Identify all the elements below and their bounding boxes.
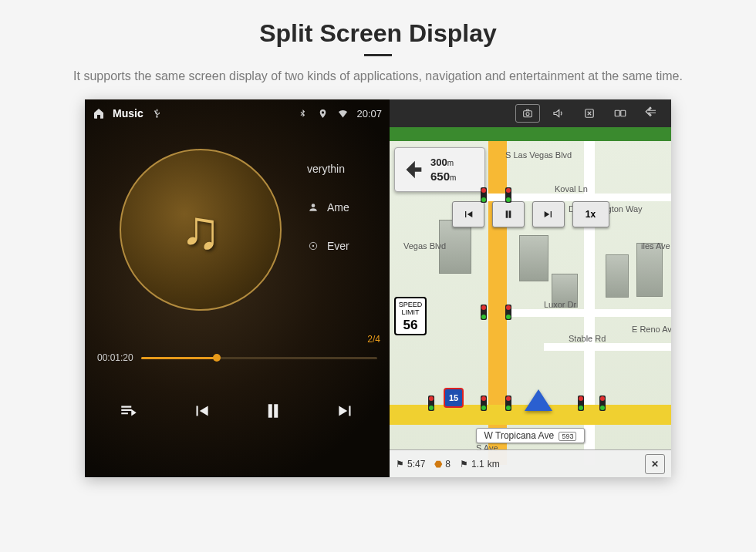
current-street: W Tropicana Ave	[484, 430, 555, 441]
street-label: iles Ave	[641, 241, 670, 251]
building	[636, 243, 663, 297]
recents-button[interactable]	[608, 104, 633, 123]
usb-icon	[151, 107, 164, 119]
street-label: Vegas Blvd	[403, 241, 446, 251]
turn-dist-primary-unit: m	[450, 173, 456, 182]
exit-tag: 593	[559, 432, 576, 441]
track-index: 2/4	[367, 334, 380, 345]
flag-icon: ⚑	[396, 459, 404, 470]
dist2-segment: ⚑ 1.1 km	[460, 459, 500, 470]
dist1-value: 8	[445, 459, 451, 470]
turn-instruction: 300m 650m	[394, 147, 485, 192]
music-pane: Music 20:07 ♫	[85, 99, 390, 477]
building	[519, 235, 548, 281]
traffic-light-icon	[505, 305, 511, 320]
music-note-icon: ♫	[181, 199, 221, 261]
dist1-segment: ⬣ 8	[434, 459, 451, 470]
svg-rect-2	[524, 111, 532, 117]
album-name: Ever	[327, 240, 349, 252]
progress-slider[interactable]	[141, 357, 377, 359]
svg-rect-6	[621, 110, 626, 116]
album-area: ♫ verythin Ame	[85, 141, 390, 342]
speed-label-mid: LIMIT	[401, 308, 419, 316]
overlay-pause-button[interactable]	[492, 201, 525, 227]
previous-button[interactable]	[183, 392, 220, 429]
traffic-light-icon	[505, 187, 511, 203]
turn-dist-secondary: 300	[430, 157, 447, 168]
turn-dist-primary: 650	[430, 170, 450, 183]
street-label: Stable Rd	[569, 334, 606, 343]
overlay-next-button[interactable]	[532, 201, 565, 227]
title-underline	[364, 54, 392, 56]
street-label: Koval Ln	[555, 184, 588, 194]
street-label: Luxor Dr	[544, 300, 576, 309]
route-shield: 15	[444, 388, 464, 408]
device-frame: Music 20:07 ♫	[85, 99, 671, 477]
track-title-row: verythin	[307, 163, 349, 175]
traffic-light-icon	[481, 305, 487, 320]
album-row: Ever	[307, 240, 349, 252]
svg-rect-5	[615, 110, 619, 116]
current-street-pill: W Tropicana Ave 593	[476, 428, 586, 443]
speed-value: 56	[396, 318, 425, 333]
pause-button[interactable]	[255, 392, 292, 429]
app-label: Music	[113, 107, 143, 119]
current-position-icon	[525, 389, 552, 411]
wifi-icon	[336, 107, 349, 119]
media-controls	[85, 392, 390, 429]
turn-dist-secondary-unit: m	[447, 159, 454, 167]
page-title: Split Screen Display	[0, 19, 756, 48]
dist2-unit: km	[488, 459, 500, 470]
volume-button[interactable]	[546, 104, 571, 123]
overlay-prev-button[interactable]	[452, 201, 484, 227]
traffic-light-icon	[599, 395, 606, 411]
svg-point-1	[312, 245, 314, 247]
svg-point-3	[526, 113, 529, 116]
home-icon[interactable]	[93, 107, 105, 119]
eta-value: 5:47	[407, 459, 425, 470]
album-art: ♫	[120, 149, 282, 311]
turn-left-icon	[400, 157, 426, 183]
road-luxor	[505, 309, 671, 317]
status-time: 20:07	[356, 108, 382, 119]
traffic-light-icon	[481, 187, 487, 203]
progress-row: 00:01:20	[85, 352, 390, 363]
building	[606, 254, 629, 298]
status-bar: Music 20:07	[85, 99, 390, 127]
traffic-light-icon	[578, 395, 584, 411]
back-button[interactable]	[639, 104, 663, 123]
eta-segment: ⚑ 5:47	[396, 459, 425, 470]
nav-media-overlay: 1x	[452, 201, 609, 227]
speed-limit-sign: SPEED LIMIT 56	[394, 297, 427, 335]
screenshot-button[interactable]	[515, 104, 540, 123]
person-icon	[307, 201, 319, 214]
speed-label-top: SPEED	[399, 301, 423, 308]
nav-bottom-bar: ⚑ 5:47 ⬣ 8 ⚑ 1.1 km ✕	[390, 449, 671, 477]
map-canvas[interactable]: S Las Vegas Blvd Koval Ln Duke Ellington…	[390, 127, 671, 477]
nav-close-button[interactable]: ✕	[645, 454, 665, 474]
flag-icon: ⚑	[460, 459, 468, 470]
elapsed-time: 00:01:20	[97, 352, 133, 363]
traffic-light-icon	[428, 395, 434, 411]
next-button[interactable]	[327, 392, 364, 429]
street-label: E Reno Ave	[632, 325, 671, 334]
close-app-button[interactable]	[577, 104, 602, 123]
dist2-value: 1.1	[471, 459, 484, 470]
overlay-speed-button[interactable]: 1x	[572, 201, 609, 227]
artist-row: Ame	[307, 201, 349, 214]
artist-name: Ame	[327, 201, 349, 214]
traffic-light-icon	[505, 395, 511, 411]
bluetooth-icon	[296, 107, 309, 119]
map-header-strip	[390, 127, 671, 141]
system-bar	[390, 99, 671, 127]
playlist-button[interactable]	[110, 392, 147, 429]
traffic-light-icon	[481, 395, 487, 411]
navigation-pane: S Las Vegas Blvd Koval Ln Duke Ellington…	[390, 99, 671, 477]
page-subtitle: It supports the same screen display of t…	[58, 67, 698, 86]
street-label: S Las Vegas Blvd	[505, 150, 572, 160]
location-icon	[316, 107, 329, 119]
road-stable	[544, 343, 671, 351]
marker-icon: ⬣	[434, 459, 442, 470]
track-title: verythin	[307, 163, 345, 175]
disc-icon	[307, 240, 319, 252]
